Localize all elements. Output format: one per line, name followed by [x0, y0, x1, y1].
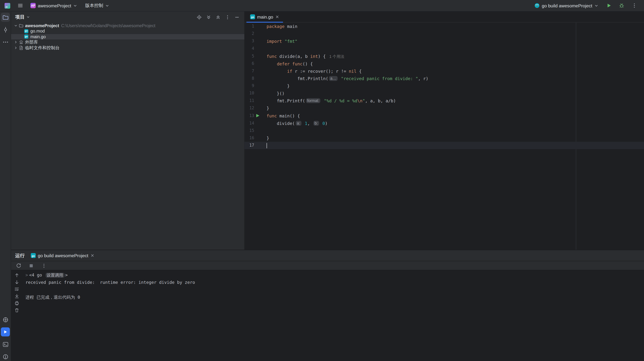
code-line-12[interactable]: 12}	[244, 104, 644, 112]
inlay-hint-chip[interactable]: format:	[306, 98, 320, 103]
project-toolwindow-button[interactable]	[1, 13, 10, 22]
project-selector[interactable]: AP awesomeProject	[29, 2, 79, 9]
hide-panel-button[interactable]	[234, 14, 240, 20]
run-line-icon	[256, 114, 260, 118]
tree-row-go-mod[interactable]: go go.mod	[11, 28, 244, 34]
panel-options-button[interactable]	[224, 14, 231, 20]
code-line-9[interactable]: 9 }	[244, 82, 644, 90]
chevron-down-icon	[105, 4, 109, 8]
go-file-icon: go	[250, 14, 255, 19]
code-line-6[interactable]: 6 defer func() {	[244, 60, 644, 68]
console-options-button[interactable]	[40, 262, 48, 270]
project-tree: awesomeProject C:\Users\meowl\GolandProj…	[11, 22, 244, 50]
collapse-all-button[interactable]	[215, 14, 221, 20]
project-panel-title-menu[interactable]: 项目	[15, 14, 30, 20]
tree-row-project-root[interactable]: awesomeProject C:\Users\meowl\GolandProj…	[11, 23, 244, 28]
code-text: fmt.Printf(format: "%d / %d = %d\n", a, …	[261, 97, 396, 104]
inlay-hint-chip[interactable]: a:	[296, 121, 302, 126]
inlay-hint-chip[interactable]: a…	[329, 76, 338, 81]
tree-row-main-go[interactable]: go main.go	[11, 34, 244, 40]
code-line-13[interactable]: 13func main() {	[244, 112, 644, 120]
gutter-mark	[254, 52, 261, 60]
expand-all-icon	[206, 14, 211, 20]
project-panel-title: 项目	[15, 14, 24, 20]
stop-button[interactable]	[27, 262, 36, 270]
fold-toggle-icon[interactable]: >	[26, 273, 28, 278]
close-tab-icon[interactable]	[90, 254, 94, 258]
gutter-mark	[254, 127, 261, 134]
services-toolwindow-button[interactable]	[1, 315, 10, 324]
code-line-17[interactable]: 17	[244, 142, 644, 149]
target-icon	[197, 14, 202, 20]
run-config-selector[interactable]: go build awesomeProject	[533, 2, 600, 9]
folded-region-chip[interactable]: 设置调用	[45, 273, 64, 278]
vcs-selector[interactable]: 版本控制	[84, 2, 111, 9]
go-file-icon: go	[24, 29, 28, 33]
editor-tabbar: go main.go	[244, 12, 644, 22]
chevron-down-icon	[73, 4, 77, 8]
tree-row-scratches[interactable]: 临时文件和控制台	[11, 45, 244, 50]
problems-toolwindow-button[interactable]	[1, 352, 10, 361]
gutter-mark	[254, 142, 261, 149]
code-line-15[interactable]: 15	[244, 127, 644, 134]
expand-all-button[interactable]	[205, 14, 212, 20]
print-button[interactable]	[14, 300, 20, 306]
chevron-down-icon	[594, 4, 598, 8]
scroll-to-end-button[interactable]	[14, 294, 20, 299]
tool-window-stripe	[0, 12, 11, 361]
debug-button[interactable]	[617, 2, 626, 10]
locate-file-button[interactable]	[196, 14, 202, 20]
code-line-3[interactable]: 3import "fmt"	[244, 38, 644, 45]
line-number: 13	[244, 112, 254, 120]
code-line-8[interactable]: 8 fmt.Println(a… "received panic from di…	[244, 75, 644, 82]
line-number: 15	[244, 127, 254, 134]
code-text: }	[261, 82, 290, 90]
main-menu-button[interactable]	[16, 2, 24, 10]
code-line-1[interactable]: 1package main	[244, 22, 644, 30]
code-line-2[interactable]: 2	[244, 30, 644, 38]
code-line-4[interactable]: 4	[244, 45, 644, 52]
terminal-toolwindow-button[interactable]	[1, 340, 10, 349]
run-tab-label: go build awesomeProject	[38, 253, 88, 258]
code-line-11[interactable]: 11 fmt.Printf(format: "%d / %d = %d\n", …	[244, 97, 644, 104]
gutter-mark	[254, 38, 261, 45]
soft-wrap-button[interactable]	[14, 286, 20, 292]
run-toolwindow-button[interactable]	[1, 328, 10, 336]
clear-console-button[interactable]	[14, 307, 20, 313]
run-tab-go-build[interactable]: go go build awesomeProject	[31, 253, 94, 258]
inlay-hint-chip[interactable]: b:	[313, 121, 319, 126]
close-tab-icon[interactable]	[275, 15, 279, 19]
gutter-mark	[254, 90, 261, 97]
titlebar-left: AP awesomeProject 版本控制	[3, 2, 111, 10]
chevron-down-icon	[26, 15, 30, 19]
jump-up-button[interactable]	[14, 272, 20, 278]
gutter-run-button[interactable]	[254, 112, 261, 120]
jump-down-button[interactable]	[14, 279, 20, 284]
tree-row-external-libraries[interactable]: 外部库	[11, 40, 244, 45]
arrow-down-icon	[14, 280, 19, 284]
editor-tab-main-go[interactable]: go main.go	[246, 12, 283, 22]
usages-hint[interactable]: 1 个用法	[329, 54, 344, 58]
code-line-14[interactable]: 14 divide(a: 1, b: 0)	[244, 120, 644, 127]
code-line-10[interactable]: 10 }()	[244, 90, 644, 97]
code-line-7[interactable]: 7 if r := recover(); r != nil {	[244, 67, 644, 75]
code-text: }	[261, 104, 269, 112]
commit-toolwindow-button[interactable]	[1, 25, 10, 34]
node-label: 临时文件和控制台	[25, 45, 60, 50]
code-line-16[interactable]: 16}	[244, 134, 644, 142]
more-actions-button[interactable]	[630, 2, 638, 10]
code-line-5[interactable]: 5func divide(a, b int) {1 个用法	[244, 52, 644, 60]
code-text: func main() {	[261, 112, 300, 120]
terminal-icon	[2, 341, 8, 348]
more-dots-icon	[2, 39, 8, 45]
more-toolwindows-button[interactable]	[1, 37, 10, 46]
console-side-toolbar	[11, 270, 22, 361]
titlebar: AP awesomeProject 版本控制 go build awesomeP…	[0, 0, 644, 12]
chevron-down-icon	[14, 24, 18, 28]
run-button[interactable]	[604, 2, 613, 10]
line-number: 2	[244, 30, 254, 38]
editor-body[interactable]: 1package main23import "fmt"45func divide…	[244, 22, 644, 250]
run-panel-body: ><4 go 设置调用>received panic from divide: …	[11, 270, 644, 361]
rerun-button[interactable]	[14, 262, 22, 270]
line-number: 5	[244, 52, 254, 60]
